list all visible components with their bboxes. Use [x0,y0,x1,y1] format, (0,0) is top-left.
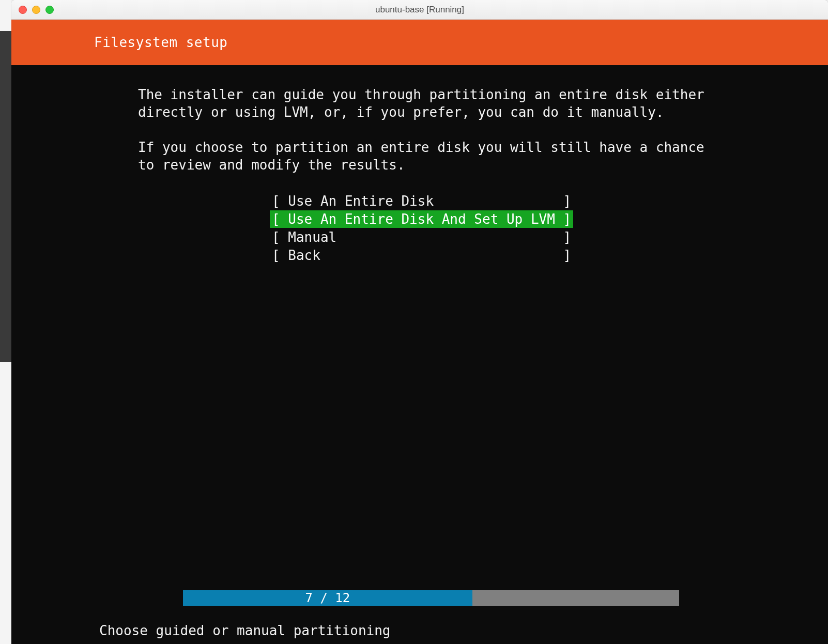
intro-text: The installer can guide you through part… [138,86,776,174]
footer-hint: Choose guided or manual partitioning [99,622,391,639]
progress-fill: 7 / 12 [183,590,472,606]
partition-menu: [ Use An Entire Disk ] [ Use An Entire D… [270,192,828,265]
installer-title: Filesystem setup [94,35,227,50]
window-title: ubuntu-base [Running] [11,5,828,15]
progress-bar: 7 / 12 [183,590,679,606]
terminal-screen: Filesystem setup The installer can guide… [11,20,828,644]
close-icon[interactable] [19,6,27,14]
minimize-icon[interactable] [32,6,40,14]
menu-option-manual[interactable]: [ Manual ] [270,228,573,246]
titlebar[interactable]: ubuntu-base [Running] [11,0,828,20]
vm-window: ubuntu-base [Running] Filesystem setup T… [11,0,828,644]
background-strip [0,0,11,644]
installer-header: Filesystem setup [11,20,828,65]
menu-option-entire-disk-lvm[interactable]: [ Use An Entire Disk And Set Up LVM ] [270,210,573,228]
background-dark-strip [0,31,11,362]
menu-option-entire-disk[interactable]: [ Use An Entire Disk ] [270,192,573,210]
installer-body: The installer can guide you through part… [11,65,828,265]
progress-label: 7 / 12 [183,590,472,606]
maximize-icon[interactable] [45,6,54,14]
traffic-lights [19,6,54,14]
menu-option-back[interactable]: [ Back ] [270,247,573,264]
